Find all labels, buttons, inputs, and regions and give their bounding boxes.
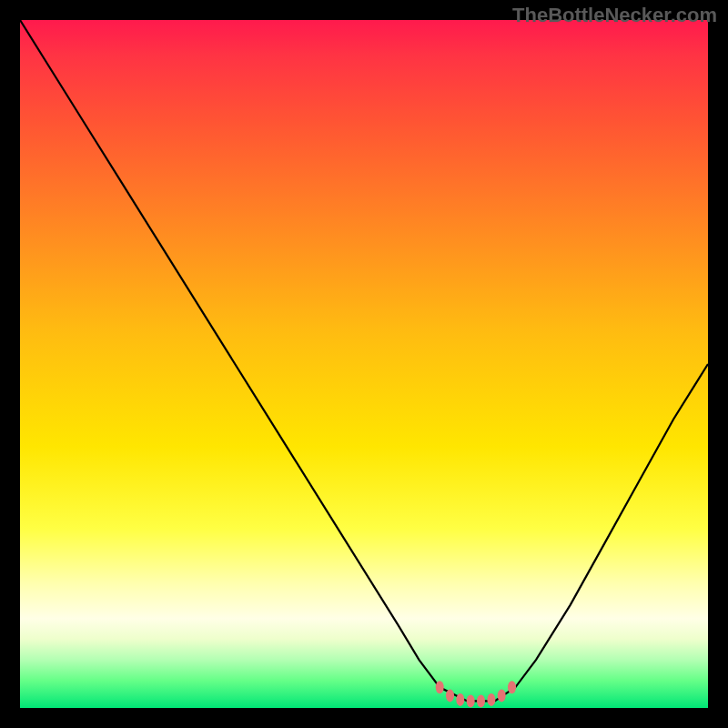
watermark-text: TheBottleNecker.com [512, 4, 717, 27]
chart-plot-area [20, 20, 708, 708]
